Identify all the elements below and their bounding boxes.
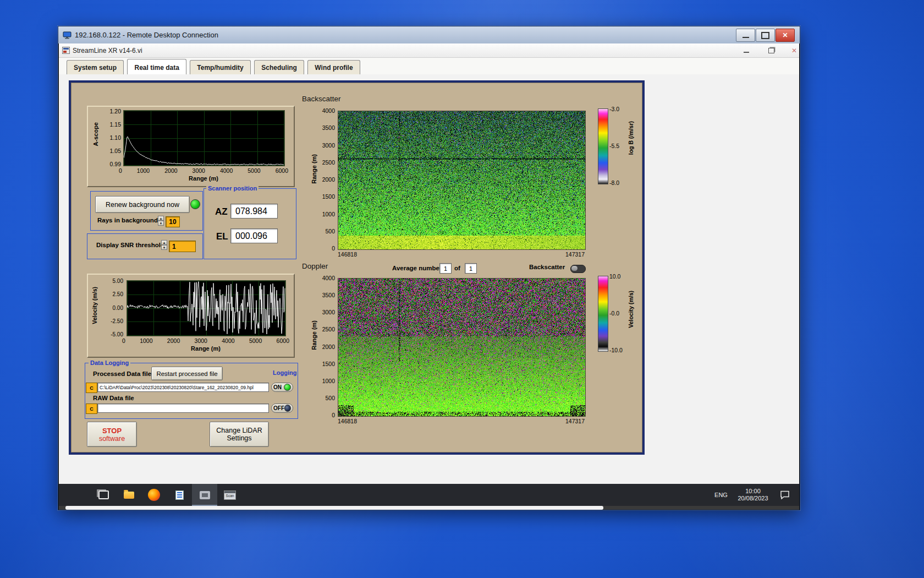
snr-value: 1 (172, 243, 176, 250)
backscatter-y-axis-label: Range (m) (311, 154, 317, 184)
average-number-value: 1 (444, 265, 447, 272)
tick-label: -3.0 (609, 106, 619, 112)
tick-label: 10.0 (609, 273, 620, 280)
backscatter-y-ticks: 40003500300025002000150010005000 (317, 107, 335, 252)
average-number-field[interactable]: 1 (439, 263, 452, 274)
processed-logging-toggle[interactable]: ON (271, 383, 293, 392)
remote-app-glyph (200, 491, 210, 499)
backscatter-plot (338, 111, 586, 250)
restart-processed-file-button[interactable]: Restart processed file (151, 367, 223, 380)
velocity-chart-frame: Velocity (m/s) 5.002.500.00-2.50-5.00 01… (87, 274, 295, 358)
maximize-icon (761, 32, 769, 39)
rdp-maximize-button[interactable] (756, 29, 775, 42)
firefox-icon[interactable] (141, 484, 167, 506)
change-settings-line1: Change LiDAR (216, 427, 262, 434)
rays-value: 10 (169, 218, 176, 226)
spin-down-icon[interactable]: ▼ (161, 245, 167, 250)
tab-system-setup[interactable]: System setup (67, 60, 124, 74)
scanner-position-title: Scanner position (206, 185, 258, 192)
backscatter-x-start: 146818 (338, 251, 357, 258)
rdp-horizontal-scrollbar (59, 506, 799, 510)
tab-scheduling[interactable]: Scheduling (254, 60, 304, 74)
scan-app-label: Scan (224, 493, 235, 499)
remote-app-icon[interactable] (192, 484, 217, 506)
backscatter-colorbar (598, 108, 608, 184)
doppler-plot (338, 278, 586, 417)
tick-label: 0.00 (113, 305, 123, 311)
snr-spinner[interactable]: ▲▼ (161, 240, 167, 250)
main-panel: A-scope 1.201.151.101.050.99 01000200030… (69, 80, 645, 455)
action-center-icon[interactable] (774, 490, 796, 499)
tab-label: Temp/humidity (197, 64, 243, 72)
close-icon: ✕ (791, 47, 797, 54)
renew-background-label: Renew background now (106, 201, 179, 209)
off-label: OFF (273, 405, 284, 411)
rdp-titlebar[interactable]: 192.168.0.122 - Remote Desktop Connectio… (58, 26, 800, 43)
tick-label: 1.15 (110, 121, 121, 128)
app-close-button[interactable]: ✕ (786, 44, 802, 57)
backscatter-colorbar-ticks: -3.0-5.5-8.0 (609, 106, 626, 186)
raw-drive-button[interactable]: C (86, 403, 97, 414)
change-settings-line2: Settings (227, 434, 251, 442)
backscatter-toggle-label: Backscatter (529, 264, 565, 270)
app-restore-button[interactable] (763, 44, 779, 57)
tick-label: 1000 (322, 211, 335, 217)
average-total-field[interactable]: 1 (465, 263, 477, 274)
backscatter-title: Backscatter (302, 95, 341, 103)
data-logging-title: Data Logging (89, 359, 130, 366)
rdp-close-button[interactable]: ✕ (776, 29, 795, 42)
tab-real-time-data[interactable]: Real time data (127, 59, 186, 74)
processed-drive-button[interactable]: C (86, 383, 97, 393)
doppler-x-range: 146818 147317 (338, 418, 585, 424)
tick-label: 0.99 (110, 161, 121, 167)
tick-label: 0 (119, 167, 122, 174)
rdp-scrollbar-thumb[interactable] (65, 506, 603, 510)
task-view-icon[interactable] (91, 484, 116, 506)
renew-background-button[interactable]: Renew background now (95, 196, 190, 213)
velocity-y-axis-label: Velocity (m/s) (91, 287, 98, 324)
tick-label: 2500 (322, 326, 335, 332)
tick-label: 2.50 (113, 291, 123, 297)
spin-up-icon[interactable]: ▲ (161, 240, 167, 245)
document-app-icon[interactable] (167, 484, 192, 506)
raw-path-field[interactable] (97, 403, 269, 413)
tick-label: 3000 (322, 142, 335, 149)
rdp-minimize-button[interactable] (736, 29, 755, 42)
tab-temp-humidity[interactable]: Temp/humidity (190, 60, 250, 74)
backscatter-toggle[interactable] (570, 265, 586, 273)
app-minimize-button[interactable] (738, 44, 755, 57)
tick-label: 500 (325, 228, 335, 235)
clock[interactable]: 10:00 20/08/2023 (732, 488, 774, 502)
change-lidar-settings-button[interactable]: Change LiDAR Settings (210, 422, 269, 447)
snr-threshold-field[interactable]: 1 (169, 241, 196, 252)
tick-label: 3500 (322, 124, 335, 131)
spin-up-icon[interactable]: ▲ (158, 216, 164, 221)
tab-wind-profile[interactable]: Wind profile (307, 60, 360, 74)
file-explorer-icon[interactable] (116, 484, 141, 506)
rdp-icon (63, 31, 72, 39)
raw-logging-toggle[interactable]: OFF (271, 403, 293, 413)
raw-data-file-label: RAW Data file (93, 395, 134, 401)
rays-in-background-field[interactable]: 10 (166, 216, 180, 227)
doppler-colorbar-unit: Velocity (m/s) (628, 291, 634, 328)
language-indicator[interactable]: ENG (710, 492, 732, 498)
az-value-field[interactable]: 078.984 (230, 204, 278, 219)
tick-label: 4000 (322, 107, 335, 114)
stop-software-button[interactable]: STOP software (87, 422, 137, 447)
el-value: 000.096 (235, 231, 267, 241)
scan-app-icon[interactable]: Scan (217, 484, 243, 506)
tick-label: 4000 (322, 275, 335, 281)
tick-label: 4000 (220, 167, 233, 174)
processed-data-file-label: Processed Data file (93, 370, 151, 377)
el-value-field[interactable]: 000.096 (230, 228, 278, 243)
tab-label: Real time data (134, 64, 179, 72)
doppler-x-end: 147317 (565, 418, 585, 424)
az-label: AZ (215, 206, 228, 217)
velocity-x-ticks: 0100020003000400050006000 (122, 337, 289, 344)
velocity-x-axis-label: Range (m) (127, 345, 285, 352)
app-titlebar[interactable]: StreamLine XR v14-6.vi (59, 43, 799, 58)
processed-path-field[interactable]: C:\LiDAR\Data\Proc\2023\202308\20230820\… (97, 383, 269, 392)
rays-spinner[interactable]: ▲▼ (158, 216, 164, 226)
rdp-window-title: 192.168.0.122 - Remote Desktop Connectio… (75, 31, 218, 39)
spin-down-icon[interactable]: ▼ (158, 221, 164, 226)
